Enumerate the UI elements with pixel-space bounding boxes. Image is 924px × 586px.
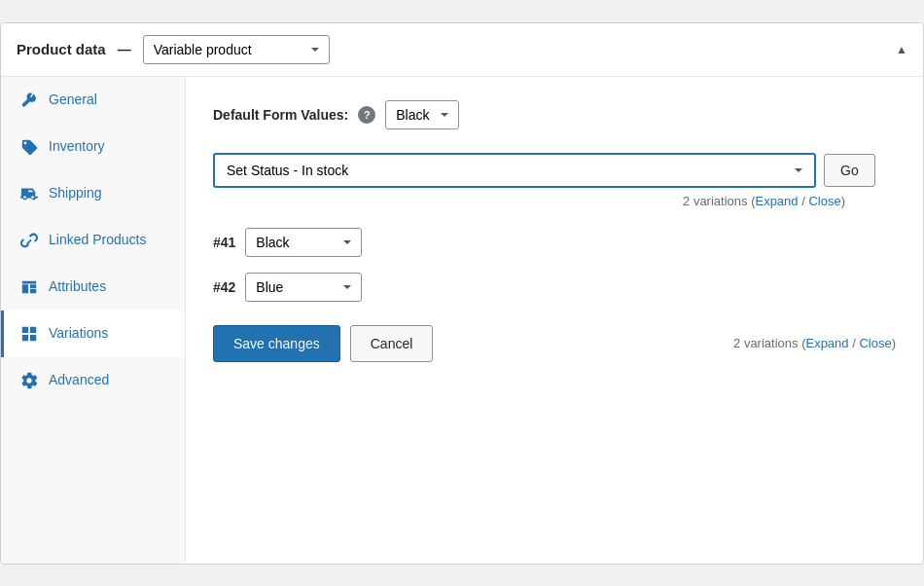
save-button[interactable]: Save changes xyxy=(213,325,340,362)
actions-count: 2 variations (Expand / Close) xyxy=(733,336,896,350)
default-form-label: Default Form Values: xyxy=(213,107,348,123)
slash-text: / xyxy=(799,194,809,208)
help-icon[interactable]: ? xyxy=(358,106,375,124)
status-row: Set Status - In stock Set Status - Out o… xyxy=(213,153,896,188)
panel-title: Product data xyxy=(17,41,106,57)
default-form-row: Default Form Values: ? Black Blue Red Wh… xyxy=(213,100,896,129)
expand-link[interactable]: Expand xyxy=(755,194,798,208)
actions-slash: / xyxy=(849,336,860,350)
sidebar-inventory-label: Inventory xyxy=(49,137,105,155)
panel-body: General Inventory Shipping xyxy=(1,77,923,564)
sidebar-item-variations[interactable]: Variations xyxy=(1,311,185,357)
variation-row-42: #42 Black Blue Red xyxy=(213,273,896,302)
sidebar-advanced-label: Advanced xyxy=(49,371,109,388)
sidebar-item-linked-products[interactable]: Linked Products xyxy=(1,217,185,264)
variation-id-41: #41 xyxy=(213,235,235,250)
actions-end: ) xyxy=(892,336,896,350)
actions-row: Save changes Cancel 2 variations (Expand… xyxy=(213,325,896,362)
status-select[interactable]: Set Status - In stock Set Status - Out o… xyxy=(213,153,816,188)
sidebar: General Inventory Shipping xyxy=(1,77,186,564)
sidebar-general-label: General xyxy=(49,91,97,108)
variation-id-42: #42 xyxy=(213,279,235,295)
main-content: Default Form Values: ? Black Blue Red Wh… xyxy=(186,77,923,564)
gear-icon xyxy=(19,371,39,390)
variation-row-41: #41 Black Blue Red xyxy=(213,228,896,257)
sidebar-shipping-label: Shipping xyxy=(49,184,102,201)
sidebar-variations-label: Variations xyxy=(49,324,108,342)
panel-header: Product data — Variable product Simple p… xyxy=(1,23,923,77)
product-type-select[interactable]: Variable product Simple product Grouped … xyxy=(143,35,330,64)
actions-close-link[interactable]: Close xyxy=(859,336,891,350)
link-icon xyxy=(19,231,39,250)
sidebar-item-shipping[interactable]: Shipping xyxy=(1,170,185,217)
variations-count: 2 variations (Expand / Close) xyxy=(213,194,845,208)
actions-expand-link[interactable]: Expand xyxy=(805,336,848,350)
wrench-icon xyxy=(19,91,39,110)
variations-count-text: 2 variations ( xyxy=(683,194,755,208)
sidebar-item-attributes[interactable]: Attributes xyxy=(1,264,185,311)
actions-count-text: 2 variations ( xyxy=(733,336,805,350)
variation-select-41[interactable]: Black Blue Red xyxy=(245,228,362,257)
variations-count-end: ) xyxy=(841,194,845,208)
tag-icon xyxy=(19,137,39,157)
sidebar-attributes-label: Attributes xyxy=(49,277,106,295)
table-icon xyxy=(19,277,39,297)
go-button[interactable]: Go xyxy=(824,154,875,187)
cancel-button[interactable]: Cancel xyxy=(350,325,434,362)
grid-icon xyxy=(19,324,39,344)
variation-select-42[interactable]: Black Blue Red xyxy=(245,273,362,302)
panel-dash: — xyxy=(118,42,131,57)
product-data-panel: Product data — Variable product Simple p… xyxy=(0,22,924,565)
default-form-select[interactable]: Black Blue Red White xyxy=(385,100,459,129)
collapse-arrow[interactable]: ▲ xyxy=(896,43,907,56)
sidebar-linked-label: Linked Products xyxy=(49,231,146,248)
truck-icon xyxy=(19,184,39,203)
sidebar-item-general[interactable]: General xyxy=(1,77,185,124)
close-link[interactable]: Close xyxy=(808,194,840,208)
sidebar-item-advanced[interactable]: Advanced xyxy=(1,357,185,404)
sidebar-item-inventory[interactable]: Inventory xyxy=(1,124,185,170)
